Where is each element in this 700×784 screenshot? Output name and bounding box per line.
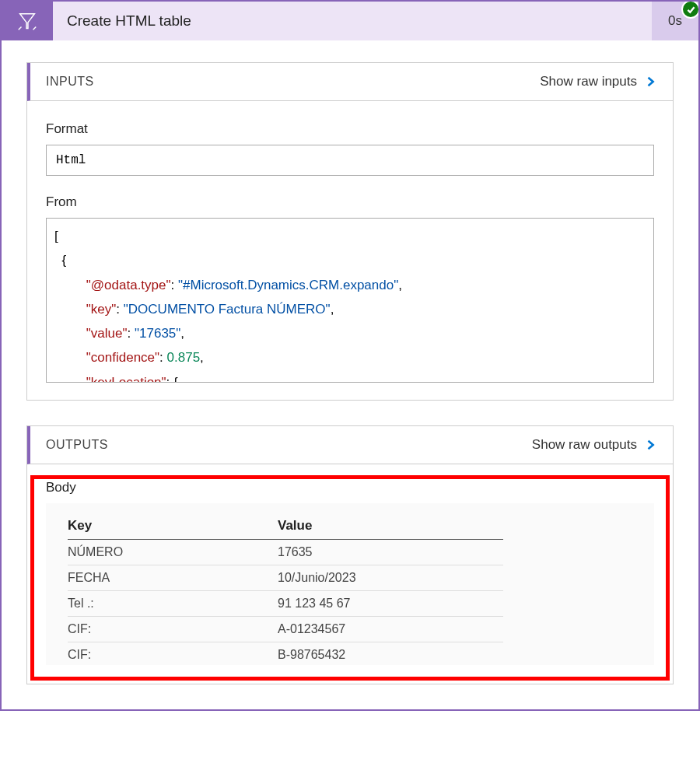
body-label: Body — [46, 480, 654, 495]
body-html-preview[interactable]: Key Value NÚMERO17635FECHA10/Junio/2023T… — [46, 503, 654, 665]
table-row: FECHA10/Junio/2023 — [68, 565, 503, 591]
cell-value: A-01234567 — [278, 617, 503, 642]
outputs-card: OUTPUTS Show raw outputs Body Key Value … — [26, 425, 674, 684]
col-key-header: Key — [68, 513, 278, 540]
svg-line-1 — [19, 27, 22, 30]
cell-value: 91 123 45 67 — [278, 591, 503, 617]
json-key: "@odata.type" — [86, 278, 171, 292]
json-key: "confidence" — [86, 350, 159, 365]
cell-value: 17635 — [278, 540, 503, 565]
cell-key: CIF: — [68, 642, 278, 666]
show-raw-outputs-link[interactable]: Show raw outputs — [532, 437, 637, 453]
json-val: 0.875 — [167, 350, 201, 365]
json-val: "DOCUMENTO Factura NÚMERO" — [124, 302, 331, 317]
chevron-right-icon[interactable] — [643, 74, 659, 89]
action-header: Create HTML table 0s — [2, 2, 698, 40]
json-key: "value" — [86, 326, 128, 341]
cell-key: FECHA — [68, 565, 278, 591]
svg-marker-0 — [20, 14, 35, 29]
cell-key: Tel .: — [68, 591, 278, 617]
from-label: From — [46, 194, 654, 210]
table-row: NÚMERO17635 — [68, 540, 503, 565]
outputs-title: OUTPUTS — [46, 438, 532, 452]
from-json-viewer[interactable]: [ { "@odata.type": "#Microsoft.Dynamics.… — [46, 218, 654, 383]
svg-line-2 — [33, 27, 37, 30]
inputs-header: INPUTS Show raw inputs — [27, 63, 673, 101]
action-title: Create HTML table — [53, 2, 652, 40]
cell-key: NÚMERO — [68, 540, 278, 565]
table-row: Tel .:91 123 45 67 — [68, 591, 503, 617]
json-val: "17635" — [135, 326, 180, 341]
format-label: Format — [46, 121, 654, 137]
table-row: CIF:B-98765432 — [68, 642, 503, 666]
json-text: { — [54, 253, 66, 268]
json-text: [ — [54, 229, 58, 243]
outputs-body: Body Key Value NÚMERO17635FECHA10/Junio/… — [27, 464, 673, 684]
cell-value: B-98765432 — [278, 642, 503, 666]
outputs-header: OUTPUTS Show raw outputs — [27, 426, 673, 464]
format-value[interactable]: Html — [46, 145, 654, 176]
inputs-body: Format Html From [ { "@odata.type": "#Mi… — [27, 101, 673, 400]
cell-value: 10/Junio/2023 — [278, 565, 503, 591]
show-raw-inputs-link[interactable]: Show raw inputs — [540, 74, 637, 89]
col-value-header: Value — [278, 513, 503, 540]
data-operation-icon — [2, 2, 53, 40]
json-val: "#Microsoft.Dynamics.CRM.expando" — [178, 278, 398, 292]
json-key: "keyLocation" — [86, 375, 166, 383]
inputs-title: INPUTS — [46, 75, 540, 89]
chevron-right-icon[interactable] — [643, 437, 659, 453]
success-badge-icon — [681, 0, 700, 19]
result-table: Key Value NÚMERO17635FECHA10/Junio/2023T… — [68, 513, 503, 665]
table-row: CIF:A-01234567 — [68, 617, 503, 642]
cell-key: CIF: — [68, 617, 278, 642]
json-key: "key" — [86, 302, 117, 317]
inputs-card: INPUTS Show raw inputs Format Html From … — [26, 62, 674, 401]
content-area: INPUTS Show raw inputs Format Html From … — [2, 40, 698, 709]
